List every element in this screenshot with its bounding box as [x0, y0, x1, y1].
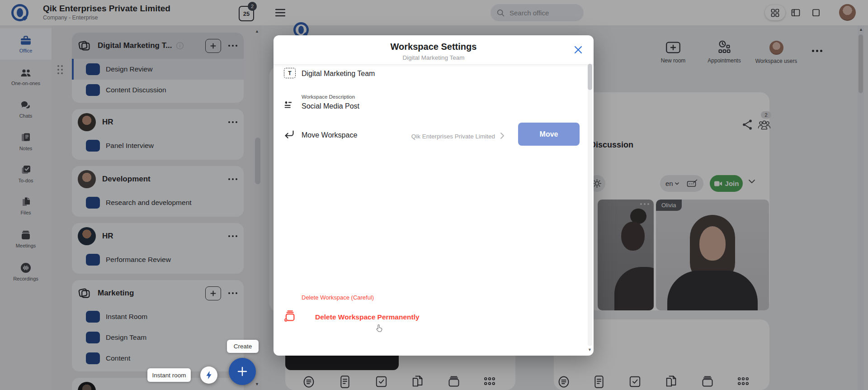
plus-icon	[237, 366, 248, 377]
modal-subtitle: Digital Marketing Team	[274, 54, 594, 61]
modal-scroll-down-arrow[interactable]: ▼	[588, 347, 592, 352]
cursor-hand-icon	[375, 324, 383, 333]
workspace-description-icon	[283, 100, 296, 112]
instant-room-button[interactable]	[200, 366, 217, 384]
workspace-settings-modal: Workspace Settings Digital Marketing Tea…	[274, 35, 594, 356]
delete-workspace-action[interactable]: Delete Workspace Permanently	[315, 313, 420, 321]
chevron-right-icon[interactable]	[500, 132, 505, 139]
delete-warning-label: Delete Workspace (Careful)	[302, 294, 374, 301]
app-window: Qik Enterprises Private Limited Company …	[0, 0, 868, 390]
modal-scrollbar-thumb[interactable]	[588, 64, 592, 90]
create-tooltip: Create	[227, 340, 259, 353]
description-field[interactable]: Social Media Post	[302, 102, 359, 110]
create-button[interactable]	[229, 358, 256, 385]
move-workspace-label: Move Workspace	[302, 131, 357, 139]
move-button[interactable]: Move	[518, 123, 580, 146]
delete-workspace-icon[interactable]	[283, 309, 297, 323]
move-target-selector[interactable]: Qik Enterprises Private Limited	[411, 133, 495, 140]
lightning-icon	[205, 371, 212, 380]
workspace-name-field[interactable]: Digital Marketing Team	[302, 70, 375, 78]
close-icon[interactable]	[573, 44, 584, 55]
modal-title: Workspace Settings	[274, 42, 594, 52]
workspace-name-icon: T	[284, 68, 296, 78]
modal-header: Workspace Settings Digital Marketing Tea…	[274, 35, 594, 65]
description-label: Workspace Description	[302, 94, 355, 100]
move-workspace-icon	[283, 128, 295, 141]
instant-room-tooltip: Instant room	[147, 368, 191, 382]
modal-scrollbar-track[interactable]	[588, 64, 592, 346]
